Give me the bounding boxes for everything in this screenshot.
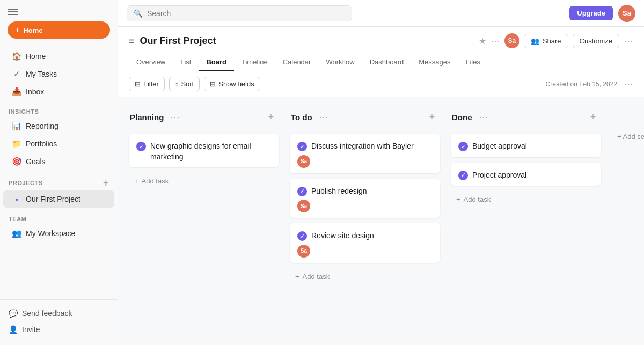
add-task-planning[interactable]: + Add task: [129, 173, 279, 189]
tab-files[interactable]: Files: [458, 54, 487, 71]
add-task-icon: +: [134, 177, 138, 185]
feedback-icon: 💬: [9, 309, 18, 318]
tab-list[interactable]: List: [173, 54, 199, 71]
sidebar-item-goals[interactable]: 🎯 Goals: [3, 153, 114, 170]
project-avatar[interactable]: Sa: [504, 33, 519, 48]
send-feedback-label: Send feedback: [22, 309, 72, 318]
tab-overview[interactable]: Overview: [129, 54, 173, 71]
tab-dashboard[interactable]: Dashboard: [362, 54, 412, 71]
task-card[interactable]: ✓ Discuss integration with Bayler Sa: [290, 134, 440, 173]
tab-messages[interactable]: Messages: [411, 54, 458, 71]
avatar[interactable]: Sa: [618, 5, 635, 22]
show-fields-button[interactable]: ⊞ Show fields: [204, 77, 260, 91]
share-icon: 👥: [531, 37, 539, 45]
sort-button[interactable]: ↕ Sort: [169, 77, 200, 91]
tab-workflow[interactable]: Workflow: [318, 54, 362, 71]
task-card[interactable]: ✓ Project approval: [451, 163, 601, 186]
send-feedback-button[interactable]: 💬 Send feedback: [9, 305, 109, 321]
workspace-icon: 👥: [12, 229, 21, 238]
column-title-done: Done: [452, 113, 472, 122]
column-todo: To do ⋯ + ✓ Discuss integration with Bay…: [290, 108, 440, 285]
more-options-icon[interactable]: ⋯: [624, 35, 633, 47]
sidebar-item-label: Portfolios: [26, 140, 57, 148]
show-fields-label: Show fields: [218, 80, 254, 88]
task-card[interactable]: ✓ Review site design Sa: [290, 223, 440, 263]
task-card[interactable]: ✓ Budget approval: [451, 134, 601, 157]
sort-icon: ↕: [175, 80, 179, 88]
add-task-icon: +: [295, 273, 299, 281]
column-add-planning[interactable]: +: [264, 110, 278, 124]
add-section-button[interactable]: + Add section: [612, 130, 644, 143]
sidebar-item-portfolios[interactable]: 📁 Portfolios: [3, 135, 114, 152]
task-card-top: ✓ New graphic designs for email marketin…: [136, 141, 272, 162]
task-title: Project approval: [472, 170, 594, 181]
invite-button[interactable]: 👤 Invite: [9, 321, 109, 337]
column-add-done[interactable]: +: [586, 110, 600, 124]
home-icon: 🏠: [12, 52, 21, 61]
share-button[interactable]: 👥 Share: [524, 34, 568, 48]
task-card[interactable]: ✓ Publish redesign Sa: [290, 179, 440, 218]
add-project-icon[interactable]: +: [103, 178, 109, 188]
create-button[interactable]: + Home: [8, 21, 110, 39]
check-icon[interactable]: ✓: [297, 187, 307, 196]
project-title-row: ≡ Our First Project ★ ⋯ Sa 👥 Share Custo…: [129, 27, 633, 52]
sidebar: + Home 🏠 Home ✓ My Tasks 📥 Inbox Insight…: [0, 0, 118, 345]
task-title: New graphic designs for email marketing: [150, 141, 272, 162]
sidebar-item-our-first-project[interactable]: ● Our First Project: [3, 190, 114, 208]
search-input[interactable]: [147, 9, 345, 18]
inbox-icon: 📥: [12, 87, 21, 97]
check-icon[interactable]: ✓: [458, 142, 468, 151]
sidebar-item-label: My Tasks: [26, 70, 57, 78]
sidebar-nav: 🏠 Home ✓ My Tasks 📥 Inbox Insights 📊 Rep…: [0, 45, 118, 299]
check-icon[interactable]: ✓: [297, 231, 307, 241]
filter-button[interactable]: ⊟ Filter: [129, 77, 165, 91]
add-task-done[interactable]: + Add task: [451, 191, 601, 208]
task-title: Publish redesign: [311, 186, 433, 197]
add-section-label: + Add section: [617, 133, 644, 141]
add-task-label: Add task: [142, 177, 169, 185]
column-more-done[interactable]: ⋯: [477, 110, 491, 124]
add-task-icon: +: [456, 195, 460, 203]
task-card-top: ✓ Publish redesign: [297, 186, 433, 197]
column-add-todo[interactable]: +: [425, 110, 439, 124]
sidebar-item-my-tasks[interactable]: ✓ My Tasks: [3, 65, 114, 83]
add-task-label: Add task: [303, 273, 330, 281]
sidebar-item-label: Home: [26, 52, 46, 61]
sidebar-section-insights: Insights: [0, 101, 118, 117]
sidebar-item-inbox[interactable]: 📥 Inbox: [3, 83, 114, 100]
tab-timeline[interactable]: Timeline: [234, 54, 275, 71]
tab-calendar[interactable]: Calendar: [275, 54, 319, 71]
column-planning: Planning ⋯ + ✓ New graphic designs for e…: [129, 108, 279, 189]
tab-board[interactable]: Board: [199, 54, 234, 71]
show-options-icon[interactable]: ⋯: [491, 35, 500, 47]
nav-tabs: Overview List Board Timeline Calendar Wo…: [129, 52, 633, 71]
upgrade-button[interactable]: Upgrade: [569, 6, 613, 20]
star-icon[interactable]: ★: [479, 36, 486, 46]
column-title-planning: Planning: [130, 113, 164, 122]
list-view-icon: ≡: [129, 35, 135, 47]
column-header-done: Done ⋯ +: [451, 108, 601, 128]
more-icon[interactable]: ⋯: [624, 78, 633, 90]
sidebar-item-reporting[interactable]: 📊 Reporting: [3, 118, 114, 135]
check-icon[interactable]: ✓: [136, 142, 146, 151]
project-dot: ●: [12, 194, 21, 204]
portfolio-icon: 📁: [12, 139, 21, 149]
sidebar-bottom: 💬 Send feedback 👤 Invite: [0, 299, 118, 345]
column-title-todo: To do: [291, 113, 312, 122]
check-icon[interactable]: ✓: [297, 142, 307, 151]
column-more-todo[interactable]: ⋯: [317, 110, 331, 124]
create-label: Home: [23, 26, 42, 34]
add-task-todo[interactable]: + Add task: [290, 268, 440, 285]
column-more-planning[interactable]: ⋯: [168, 110, 182, 124]
fields-icon: ⊞: [210, 80, 216, 88]
menu-icon[interactable]: [8, 6, 18, 17]
search-icon: 🔍: [134, 9, 143, 18]
reporting-icon: 📊: [12, 121, 21, 131]
sidebar-item-my-workspace[interactable]: 👥 My Workspace: [3, 225, 114, 242]
search-bar[interactable]: 🔍: [127, 5, 352, 21]
sidebar-item-home[interactable]: 🏠 Home: [3, 48, 114, 65]
task-card-top: ✓ Project approval: [458, 170, 594, 181]
check-icon[interactable]: ✓: [458, 171, 468, 180]
task-card[interactable]: ✓ New graphic designs for email marketin…: [129, 134, 279, 167]
customize-button[interactable]: Customize: [573, 34, 619, 48]
